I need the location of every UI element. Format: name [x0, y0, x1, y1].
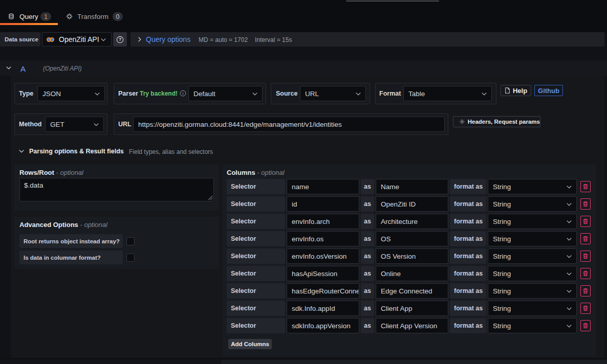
svg-text:?: ? — [119, 37, 121, 42]
